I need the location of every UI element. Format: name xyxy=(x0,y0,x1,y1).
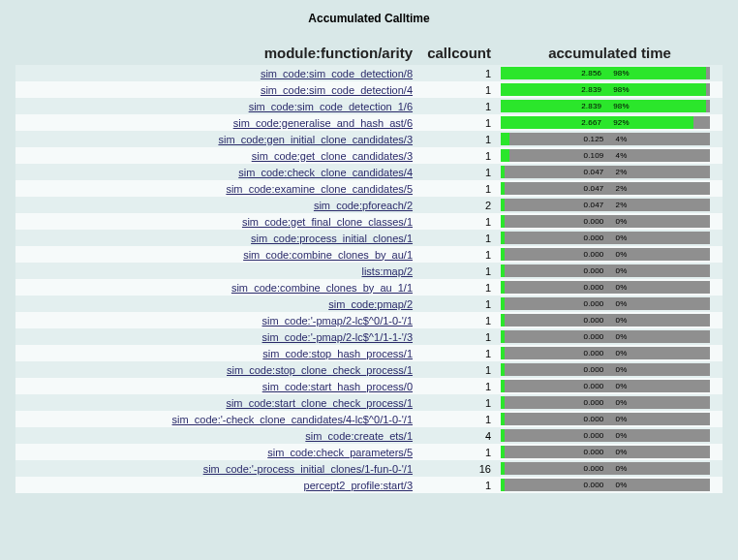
function-link[interactable]: sim_code:check_clone_candidates/4 xyxy=(238,167,413,178)
function-link[interactable]: sim_code:get_final_clone_classes/1 xyxy=(242,216,413,228)
function-link[interactable]: sim_code:'-process_initial_clones/1-fun-… xyxy=(203,463,413,475)
function-name-cell: sim_code:gen_initial_clone_candidates/3 xyxy=(15,131,418,147)
bar-track: 0.0472% xyxy=(501,182,710,195)
bar-pct-value: 0% xyxy=(610,215,633,228)
bar-track: 0.0000% xyxy=(501,429,710,442)
header-callcount: callcount xyxy=(418,43,497,65)
bar-label: 0.0472% xyxy=(501,199,710,211)
acctime-bar-cell: 2.83998% xyxy=(497,98,723,114)
function-link[interactable]: sim_code:process_initial_clones/1 xyxy=(251,233,413,244)
bar-track: 0.0000% xyxy=(501,446,710,458)
function-name-cell: sim_code:combine_clones_by_au_1/1 xyxy=(15,279,418,296)
bar-pct-value: 98% xyxy=(607,100,635,112)
bar-pct-value: 0% xyxy=(610,363,633,376)
bar-label: 2.83998% xyxy=(501,100,710,112)
bar-time-value: 2.667 xyxy=(575,116,607,129)
bar-pct-value: 4% xyxy=(610,133,633,145)
bar-label: 0.0000% xyxy=(501,363,710,376)
bar-pct-value: 2% xyxy=(610,199,633,211)
bar-label: 0.0000% xyxy=(501,232,710,244)
acctime-bar-cell: 0.0000% xyxy=(497,230,723,246)
function-name-cell: lists:map/2 xyxy=(15,263,418,279)
bar-pct-value: 0% xyxy=(610,314,633,327)
bar-track: 0.0000% xyxy=(501,363,710,376)
bar-track: 2.85698% xyxy=(501,67,710,79)
function-link[interactable]: sim_code:combine_clones_by_au/1 xyxy=(243,249,413,261)
function-link[interactable]: sim_code:start_clone_check_process/1 xyxy=(226,397,413,409)
function-link[interactable]: sim_code:gen_initial_clone_candidates/3 xyxy=(218,134,413,145)
function-name-cell: sim_code:sim_code_detection/8 xyxy=(15,65,418,81)
function-link[interactable]: sim_code:'-pmap/2-lc$^0/1-0-'/1 xyxy=(262,315,413,327)
table-row: sim_code:check_parameters/510.0000% xyxy=(15,444,723,460)
bar-track: 0.0000% xyxy=(501,330,710,343)
acctime-bar-cell: 0.0000% xyxy=(497,411,723,427)
table-row: sim_code:process_initial_clones/110.0000… xyxy=(15,230,723,246)
bar-pct-value: 0% xyxy=(610,380,633,392)
acctime-bar-cell: 0.0000% xyxy=(497,378,723,394)
bar-label: 2.83998% xyxy=(501,83,710,96)
acctime-bar-cell: 0.0000% xyxy=(497,296,723,312)
function-link[interactable]: sim_code:get_clone_candidates/3 xyxy=(252,150,413,162)
bar-time-value: 0.047 xyxy=(578,182,610,195)
callcount-cell: 1 xyxy=(418,394,497,411)
table-row: sim_code:sim_code_detection/812.85698% xyxy=(15,65,723,81)
table-row: sim_code:'-pmap/2-lc$^0/1-0-'/110.0000% xyxy=(15,312,723,328)
bar-label: 0.0000% xyxy=(501,462,710,475)
function-name-cell: sim_code:combine_clones_by_au/1 xyxy=(15,246,418,263)
bar-pct-value: 2% xyxy=(610,182,633,195)
bar-pct-value: 98% xyxy=(607,83,635,96)
function-link[interactable]: sim_code:'-check_clone_candidates/4-lc$^… xyxy=(172,414,413,425)
function-link[interactable]: sim_code:sim_code_detection_1/6 xyxy=(249,101,413,112)
function-link[interactable]: sim_code:sim_code_detection/8 xyxy=(261,68,413,79)
function-link[interactable]: sim_code:generalise_and_hash_ast/6 xyxy=(233,117,413,129)
function-name-cell: sim_code:stop_hash_process/1 xyxy=(15,345,418,361)
function-link[interactable]: sim_code:create_ets/1 xyxy=(305,430,413,442)
table-row: sim_code:sim_code_detection_1/612.83998% xyxy=(15,98,723,114)
function-name-cell: sim_code:check_parameters/5 xyxy=(15,444,418,460)
function-link[interactable]: sim_code:stop_clone_check_process/1 xyxy=(227,364,413,376)
bar-pct-value: 0% xyxy=(610,248,633,261)
function-link[interactable]: percept2_profile:start/3 xyxy=(304,480,414,491)
function-link[interactable]: sim_code:pforeach/2 xyxy=(314,200,413,211)
bar-pct-value: 0% xyxy=(610,297,633,310)
bar-pct-value: 2% xyxy=(610,166,633,178)
function-link[interactable]: sim_code:combine_clones_by_au_1/1 xyxy=(231,282,413,294)
function-link[interactable]: sim_code:examine_clone_candidates/5 xyxy=(226,183,413,195)
bar-track: 0.0000% xyxy=(501,264,710,277)
bar-time-value: 0.047 xyxy=(578,199,610,211)
acctime-bar-cell: 0.0472% xyxy=(497,180,723,197)
callcount-cell: 1 xyxy=(418,444,497,460)
function-link[interactable]: lists:map/2 xyxy=(361,265,413,277)
acctime-bar-cell: 0.0000% xyxy=(497,328,723,345)
bar-pct-value: 0% xyxy=(610,413,633,425)
bar-pct-value: 0% xyxy=(610,479,633,491)
bar-pct-value: 0% xyxy=(610,264,633,277)
bar-time-value: 0.000 xyxy=(578,330,610,343)
acctime-bar-cell: 0.1094% xyxy=(497,147,723,164)
function-link[interactable]: sim_code:check_parameters/5 xyxy=(267,447,413,458)
callcount-cell: 1 xyxy=(418,114,497,131)
bar-pct-value: 0% xyxy=(610,462,633,475)
callcount-cell: 4 xyxy=(418,427,497,444)
acctime-bar-cell: 0.0000% xyxy=(497,394,723,411)
bar-pct-value: 0% xyxy=(610,446,633,458)
bar-label: 0.1094% xyxy=(501,149,710,162)
bar-track: 0.1254% xyxy=(501,133,710,145)
function-name-cell: sim_code:'-pmap/2-lc$^1/1-1-'/3 xyxy=(15,328,418,345)
function-link[interactable]: sim_code:start_hash_process/0 xyxy=(262,381,413,392)
function-link[interactable]: sim_code:'-pmap/2-lc$^1/1-1-'/3 xyxy=(262,331,413,343)
function-link[interactable]: sim_code:stop_hash_process/1 xyxy=(262,348,413,359)
acctime-bar-cell: 0.0472% xyxy=(497,197,723,213)
callcount-cell: 1 xyxy=(418,98,497,114)
function-link[interactable]: sim_code:pmap/2 xyxy=(328,298,413,310)
bar-track: 0.0000% xyxy=(501,462,710,475)
table-row: sim_code:combine_clones_by_au/110.0000% xyxy=(15,246,723,263)
bar-time-value: 0.000 xyxy=(578,297,610,310)
bar-track: 0.1094% xyxy=(501,149,710,162)
acctime-bar-cell: 0.1254% xyxy=(497,131,723,147)
bar-label: 0.0000% xyxy=(501,215,710,228)
acctime-bar-cell: 2.83998% xyxy=(497,81,723,98)
function-name-cell: sim_code:get_final_clone_classes/1 xyxy=(15,213,418,230)
table-row: sim_code:examine_clone_candidates/510.04… xyxy=(15,180,723,197)
function-link[interactable]: sim_code:sim_code_detection/4 xyxy=(261,84,413,96)
